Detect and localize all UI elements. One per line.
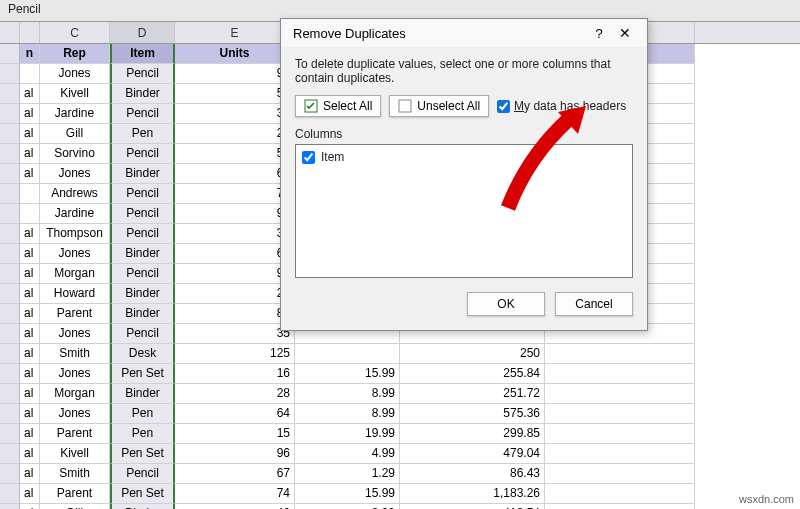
cell[interactable] [0,184,20,204]
cell[interactable]: 15.99 [295,484,400,504]
col-header-e[interactable]: E [175,22,295,43]
cell[interactable]: Binder [110,504,175,509]
cell[interactable]: Rep [40,44,110,64]
cell[interactable]: al [20,364,40,384]
cell[interactable] [0,504,20,509]
cell[interactable] [545,464,695,484]
column-item-checkbox[interactable] [302,151,315,164]
headers-checkbox-input[interactable] [497,100,510,113]
table-row[interactable]: alSmithDesk125250 [0,344,800,364]
cell[interactable]: al [20,464,40,484]
columns-listbox[interactable]: Item [295,144,633,278]
cell[interactable]: Jones [40,244,110,264]
cell[interactable]: 28 [175,384,295,404]
cell[interactable]: n [20,44,40,64]
cell[interactable]: Jones [40,364,110,384]
cell[interactable]: Kivell [40,84,110,104]
cell[interactable]: 8.99 [295,384,400,404]
cell[interactable]: al [20,264,40,284]
cell[interactable]: 251.72 [400,384,545,404]
cell[interactable]: al [20,104,40,124]
cell[interactable]: 8.99 [295,504,400,509]
cell[interactable]: Pen [110,424,175,444]
unselect-all-button[interactable]: Unselect All [389,95,489,117]
cell[interactable]: Gill [40,504,110,509]
cell[interactable]: Pencil [110,184,175,204]
cell[interactable]: Jones [40,404,110,424]
cell[interactable]: 1,183.26 [400,484,545,504]
cell[interactable]: Item [110,44,175,64]
cell[interactable]: Pen Set [110,364,175,384]
cell[interactable]: Jones [40,324,110,344]
cell[interactable] [0,224,20,244]
col-header-d[interactable]: D [110,22,175,43]
cell[interactable]: 60 [175,164,295,184]
cell[interactable]: Pen [110,124,175,144]
cell[interactable]: 56 [175,144,295,164]
cell[interactable]: 27 [175,124,295,144]
cell[interactable] [295,344,400,364]
select-all-cell[interactable] [0,22,20,43]
cell[interactable] [0,124,20,144]
col-header-c[interactable]: C [40,22,110,43]
close-button[interactable]: ✕ [611,25,639,41]
cell[interactable]: Parent [40,424,110,444]
cell[interactable]: 96 [175,444,295,464]
cell[interactable]: Pencil [110,64,175,84]
table-row[interactable]: alKivellPen Set964.99479.04 [0,444,800,464]
cell[interactable] [545,504,695,509]
cell[interactable]: 19.99 [295,424,400,444]
cell[interactable] [0,204,20,224]
cell[interactable]: al [20,284,40,304]
cell[interactable]: Pencil [110,264,175,284]
cell[interactable]: al [20,124,40,144]
cell[interactable]: Jones [40,64,110,84]
cell[interactable]: Pen Set [110,484,175,504]
cell[interactable]: Pen Set [110,444,175,464]
cell[interactable]: 479.04 [400,444,545,464]
cell[interactable] [545,484,695,504]
cell[interactable]: 36 [175,104,295,124]
cell[interactable] [20,64,40,84]
cell[interactable]: 95 [175,64,295,84]
cell[interactable]: Gill [40,124,110,144]
cell[interactable]: 15.99 [295,364,400,384]
cell[interactable] [0,424,20,444]
cell[interactable] [545,424,695,444]
cell[interactable] [0,304,20,324]
cell[interactable]: Smith [40,464,110,484]
cell[interactable]: 255.84 [400,364,545,384]
cell[interactable] [0,84,20,104]
select-all-button[interactable]: Select All [295,95,381,117]
cell[interactable]: 75 [175,184,295,204]
cell[interactable]: Pencil [110,464,175,484]
cell[interactable] [20,204,40,224]
cell[interactable] [0,484,20,504]
cell[interactable]: 46 [175,504,295,509]
cell[interactable]: 125 [175,344,295,364]
cell[interactable] [0,464,20,484]
cell[interactable]: Morgan [40,384,110,404]
cell[interactable]: Sorvino [40,144,110,164]
cell[interactable]: 250 [400,344,545,364]
cell[interactable]: Andrews [40,184,110,204]
cancel-button[interactable]: Cancel [555,292,633,316]
cell[interactable]: 90 [175,204,295,224]
cell[interactable] [0,384,20,404]
cell[interactable]: 1.29 [295,464,400,484]
table-row[interactable]: alParentPen1519.99299.85 [0,424,800,444]
cell[interactable]: Pencil [110,204,175,224]
cell[interactable]: 15 [175,424,295,444]
cell[interactable] [545,404,695,424]
cell[interactable]: Binder [110,284,175,304]
cell[interactable]: Jones [40,164,110,184]
cell[interactable]: 413.54 [400,504,545,509]
cell[interactable]: Desk [110,344,175,364]
cell[interactable]: Smith [40,344,110,364]
table-row[interactable]: alMorganBinder288.99251.72 [0,384,800,404]
cell[interactable]: 74 [175,484,295,504]
cell[interactable]: Binder [110,84,175,104]
cell[interactable] [0,444,20,464]
cell[interactable] [0,64,20,84]
cell[interactable]: Parent [40,484,110,504]
